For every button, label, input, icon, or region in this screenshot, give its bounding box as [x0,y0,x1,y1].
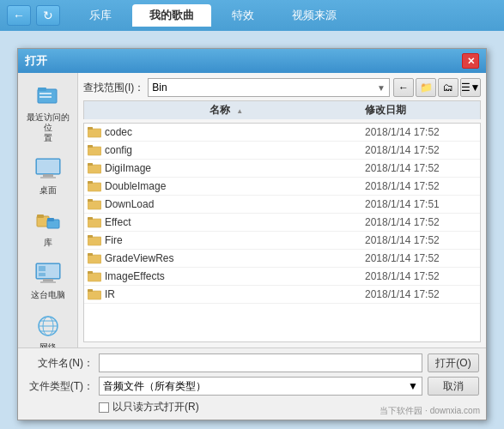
svg-rect-2 [39,93,52,94]
file-name: ImageEffects [105,270,365,282]
sidebar-label-computer: 这台电脑 [31,290,65,300]
file-name: config [105,144,365,156]
svg-rect-23 [88,129,101,137]
file-date: 2018/1/14 17:51 [365,198,477,210]
svg-rect-26 [88,145,93,148]
nav-back-button[interactable]: ← [393,78,414,97]
readonly-label: 以只读方式打开(R) [112,400,199,414]
svg-rect-40 [88,271,93,274]
svg-rect-39 [88,273,101,281]
file-date: 2018/1/14 17:52 [365,234,477,246]
tab-effects[interactable]: 特效 [215,4,271,27]
sidebar-item-desktop[interactable]: 桌面 [21,153,74,198]
sidebar-label-recent: 最近访问的位置 [24,112,71,143]
file-name: DigiImage [105,162,365,174]
network-icon [34,312,62,340]
svg-rect-6 [43,174,53,177]
file-row-digiimage[interactable]: DigiImage 2018/1/14 17:52 [84,160,480,178]
computer-icon [34,260,62,287]
svg-rect-30 [88,181,93,184]
file-date: 2018/1/14 17:52 [365,252,477,264]
file-name: Effect [105,216,365,228]
new-folder-button[interactable]: 📁 [416,78,436,97]
path-value: Bin [152,82,167,94]
filetype-combobox[interactable]: 音频文件（所有类型） ▼ [99,377,422,396]
refresh-button[interactable]: ↻ [36,5,60,26]
file-row-gradeviewres[interactable]: GradeViewRes 2018/1/14 17:52 [84,250,480,268]
file-date: 2018/1/14 17:52 [365,144,477,156]
filetype-value: 音频文件（所有类型） [103,379,206,394]
col-header-name: 名称 ▲ [88,103,365,118]
dialog-body: 最近访问的位置 桌面 [18,73,486,347]
filename-label: 文件名(N)： [25,356,94,371]
file-name: GradeViewRes [105,252,365,264]
svg-rect-24 [88,127,93,130]
sidebar: 最近访问的位置 桌面 [18,73,78,347]
path-combobox[interactable]: Bin ▼ [148,78,390,97]
svg-rect-32 [88,199,93,202]
readonly-checkbox[interactable] [99,402,109,413]
open-button[interactable]: 打开(O) [428,353,479,372]
file-row-codec[interactable]: codec 2018/1/14 17:52 [84,124,480,142]
back-button[interactable]: ← [7,5,31,26]
sidebar-item-library[interactable]: 库 [21,205,74,251]
file-row-config[interactable]: config 2018/1/14 17:52 [84,142,480,160]
sidebar-item-computer[interactable]: 这台电脑 [21,257,74,303]
dialog-titlebar: 打开 ✕ [18,49,486,73]
dialog-title: 打开 [25,53,47,69]
cancel-button[interactable]: 取消 [428,377,479,396]
file-row-ir[interactable]: IR 2018/1/14 17:52 [84,286,480,304]
file-date: 2018/1/14 17:52 [365,216,477,228]
file-row-doubleimage[interactable]: DoubleImage 2018/1/14 17:52 [84,178,480,196]
dialog-close-button[interactable]: ✕ [462,53,479,69]
tab-library[interactable]: 乐库 [72,4,129,27]
folder-icon [88,125,101,139]
svg-rect-29 [88,183,101,191]
svg-rect-28 [88,163,93,166]
open-dialog: 打开 ✕ 最近访问的位置 [17,48,487,420]
file-row-download[interactable]: DownLoad 2018/1/14 17:51 [84,196,480,214]
file-row-effect[interactable]: Effect 2018/1/14 17:52 [84,214,480,232]
tab-my-songs[interactable]: 我的歌曲 [132,4,211,27]
sidebar-label-library: 库 [44,238,52,248]
toolbar-row: 查找范围(I)： Bin ▼ ← 📁 🗂 ☰▼ [83,78,481,97]
sidebar-label-desktop: 桌面 [39,185,57,196]
svg-rect-9 [37,214,44,218]
file-date: 2018/1/14 17:52 [365,180,477,192]
svg-rect-5 [37,160,59,173]
folder-icon [88,287,101,301]
folder-icon [88,161,101,175]
folder-options-button[interactable]: 🗂 [438,78,458,97]
file-row-imageeffects[interactable]: ImageEffects 2018/1/14 17:52 [84,268,480,286]
recent-icon [34,82,62,110]
file-row-fire[interactable]: Fire 2018/1/14 17:52 [84,232,480,250]
toolbar-label: 查找范围(I)： [83,81,144,95]
svg-rect-42 [88,289,93,292]
col-header-date: 修改日期 [365,103,477,118]
top-bar: ← ↻ 乐库 我的歌曲 特效 视频来源 [0,0,504,31]
svg-rect-14 [43,279,53,281]
app-area: 打开 ✕ 最近访问的位置 [0,31,504,429]
sidebar-item-network[interactable]: 网络 [21,310,74,347]
filetype-label: 文件类型(T)： [25,379,94,394]
file-date: 2018/1/14 17:52 [365,126,477,138]
filename-input[interactable] [99,353,422,372]
svg-rect-34 [88,217,93,220]
sort-arrow: ▲ [236,107,243,115]
folder-icon [88,251,101,265]
svg-rect-7 [40,177,56,178]
folder-icon [88,143,101,157]
folder-icon [88,197,101,211]
svg-rect-35 [88,237,101,245]
file-date: 2018/1/14 17:52 [365,162,477,174]
view-toggle-button[interactable]: ☰▼ [460,78,481,97]
file-list[interactable]: codec 2018/1/14 17:52 config 2018/1/14 1… [83,123,481,342]
svg-rect-38 [88,253,93,256]
svg-rect-15 [40,281,56,283]
desktop-icon [34,155,62,183]
svg-rect-16 [39,266,46,271]
path-combo-arrow: ▼ [377,83,386,93]
sidebar-item-recent[interactable]: 最近访问的位置 [21,80,74,146]
tab-video-source[interactable]: 视频来源 [275,4,354,27]
file-list-header: 名称 ▲ 修改日期 [83,100,481,119]
